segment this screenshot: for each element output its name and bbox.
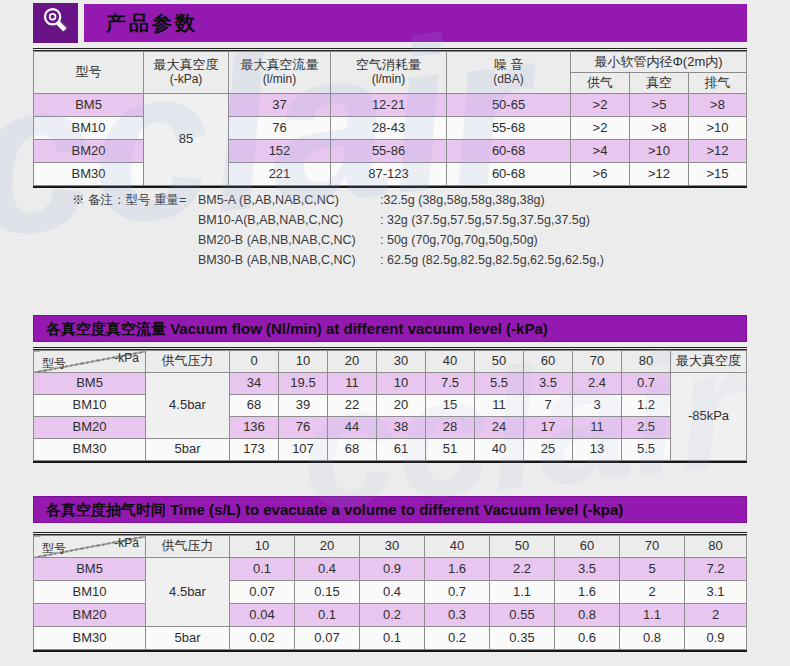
col-header-level: 70 bbox=[573, 351, 622, 373]
remark-model: BM30-B (AB,NB,NAB,C,NC) bbox=[198, 250, 380, 270]
cell-pressure: 5bar bbox=[146, 627, 230, 650]
evacuation-time-table-wrap: -kPa 型号 供气压力 10 20 30 40 50 60 70 80 BM5… bbox=[33, 532, 747, 652]
corner-header-model-kpa: -kPa 型号 bbox=[34, 536, 146, 558]
remark-model: BM10-A(B,AB,NAB,C,NC) bbox=[198, 210, 380, 230]
cell: 0.9 bbox=[360, 558, 425, 581]
cell: 87-123 bbox=[331, 163, 447, 186]
col-header-level: 30 bbox=[360, 536, 425, 558]
cell-model: BM20 bbox=[34, 140, 144, 163]
cell: 55-68 bbox=[447, 117, 571, 140]
remark-weight: :32.5g (38g,58g,58g,38g,38g) bbox=[380, 190, 604, 210]
table-row: BM10 76 28-43 55-68 >2 >8 >10 bbox=[34, 117, 747, 140]
cell: 0.8 bbox=[620, 627, 685, 650]
vacuum-flow-title: 各真空度真空流量 Vacuum flow (Nl/min) at differe… bbox=[33, 315, 747, 342]
col-header-exhaust: 排气 bbox=[689, 73, 747, 94]
remarks: ※ 备注：型号 重量= BM5-A (B,AB,NAB,C,NC) :32.5g… bbox=[72, 190, 604, 270]
cell: 1.1 bbox=[620, 604, 685, 627]
col-header-level: 70 bbox=[620, 536, 685, 558]
cell: 1.6 bbox=[425, 558, 490, 581]
cell-pressure: 4.5bar bbox=[146, 373, 230, 439]
cell: >10 bbox=[689, 117, 747, 140]
cell: 0.07 bbox=[295, 627, 360, 650]
col-header-level: 80 bbox=[685, 536, 747, 558]
cell: 20 bbox=[377, 395, 426, 417]
evacuation-time-title: 各真空度抽气时间 Time (s/L) to evacuate a volume… bbox=[33, 496, 747, 523]
spec-header-row: 型号 最大真空度 (-kPa) 最大真空流量 (l/min) 空气消耗量 (l/… bbox=[34, 52, 747, 73]
cell-model: BM30 bbox=[34, 439, 146, 461]
cell: 0.2 bbox=[425, 627, 490, 650]
remarks-prefix: ※ 备注：型号 重量= bbox=[72, 190, 198, 210]
col-label: 空气消耗量 bbox=[331, 58, 446, 73]
cell: 76 bbox=[229, 117, 331, 140]
cell-model: BM10 bbox=[34, 581, 146, 604]
col-header-level: 40 bbox=[426, 351, 475, 373]
col-header-max-vacuum: 最大真空度 (-kPa) bbox=[144, 52, 229, 94]
cell: 50-65 bbox=[447, 94, 571, 117]
cell: 1.1 bbox=[490, 581, 555, 604]
col-unit: (-kPa) bbox=[144, 73, 228, 87]
section-icon-box bbox=[33, 3, 78, 43]
cell: 28-43 bbox=[331, 117, 447, 140]
corner-model-label: 型号 bbox=[42, 357, 66, 371]
cell: 0.15 bbox=[295, 581, 360, 604]
cell: 0.3 bbox=[425, 604, 490, 627]
col-header-pressure: 供气压力 bbox=[146, 351, 230, 373]
cell: >4 bbox=[571, 140, 630, 163]
cell: 17 bbox=[524, 417, 573, 439]
cell: 2 bbox=[620, 581, 685, 604]
corner-kpa-label: -kPa bbox=[114, 352, 139, 366]
cell: >10 bbox=[630, 140, 689, 163]
cell: 1.2 bbox=[622, 395, 671, 417]
cell: 0.4 bbox=[360, 581, 425, 604]
remark-weight: : 62.5g (82.5g,82.5g,82.5g,62.5g,62.5g,) bbox=[380, 250, 604, 270]
cell: 11 bbox=[475, 395, 524, 417]
cell: 12-21 bbox=[331, 94, 447, 117]
cell: 1.6 bbox=[555, 581, 620, 604]
cell-max-vacuum: -85kPa bbox=[671, 373, 747, 461]
evacuation-time-table: -kPa 型号 供气压力 10 20 30 40 50 60 70 80 BM5… bbox=[33, 535, 747, 650]
cell: 0.02 bbox=[230, 627, 295, 650]
vacuum-flow-table-wrap: -kPa 型号 供气压力 0 10 20 30 40 50 60 70 80 最… bbox=[33, 347, 747, 463]
cell: 40 bbox=[475, 439, 524, 461]
cell: 44 bbox=[328, 417, 377, 439]
cell: 0.7 bbox=[622, 373, 671, 395]
cell: >12 bbox=[630, 163, 689, 186]
cell: 51 bbox=[426, 439, 475, 461]
col-header-max-flow: 最大真空流量 (l/min) bbox=[229, 52, 331, 94]
cell-pressure: 5bar bbox=[146, 439, 230, 461]
col-unit: (l/min) bbox=[229, 73, 330, 87]
corner-model-label: 型号 bbox=[42, 542, 66, 556]
col-header-level: 40 bbox=[425, 536, 490, 558]
cell: 13 bbox=[573, 439, 622, 461]
col-header-pressure: 供气压力 bbox=[146, 536, 230, 558]
magnifier-icon bbox=[39, 4, 73, 42]
col-header-level: 30 bbox=[377, 351, 426, 373]
cell: 15 bbox=[426, 395, 475, 417]
cell: 5.5 bbox=[475, 373, 524, 395]
cell: 3.5 bbox=[555, 558, 620, 581]
cell: 68 bbox=[328, 439, 377, 461]
table-row: BM20 0.04 0.1 0.2 0.3 0.55 0.8 1.1 2 bbox=[34, 604, 747, 627]
table-row: BM30 221 87-123 60-68 >6 >12 >15 bbox=[34, 163, 747, 186]
cell: 55-86 bbox=[331, 140, 447, 163]
remark-weight: : 50g (70g,70g,70g,50g,50g) bbox=[380, 230, 604, 250]
cell: 0.2 bbox=[360, 604, 425, 627]
cell-model: BM30 bbox=[34, 627, 146, 650]
table-row: BM10 68 39 22 20 15 11 7 3 1.2 bbox=[34, 395, 747, 417]
cell: >6 bbox=[571, 163, 630, 186]
cell-model: BM5 bbox=[34, 558, 146, 581]
col-header-level: 60 bbox=[524, 351, 573, 373]
cell: 136 bbox=[230, 417, 279, 439]
product-spec-table-wrap: 型号 最大真空度 (-kPa) 最大真空流量 (l/min) 空气消耗量 (l/… bbox=[33, 48, 747, 188]
cell: 0.35 bbox=[490, 627, 555, 650]
cell: 7 bbox=[524, 395, 573, 417]
cell: 3.1 bbox=[685, 581, 747, 604]
cell: >2 bbox=[571, 94, 630, 117]
col-unit: (dBA) bbox=[447, 73, 570, 87]
cell: >2 bbox=[571, 117, 630, 140]
col-header-supply: 供气 bbox=[571, 73, 630, 94]
col-header-level: 50 bbox=[475, 351, 524, 373]
col-header-level: 80 bbox=[622, 351, 671, 373]
col-header-air-consumption: 空气消耗量 (l/min) bbox=[331, 52, 447, 94]
cell-model: BM5 bbox=[34, 373, 146, 395]
